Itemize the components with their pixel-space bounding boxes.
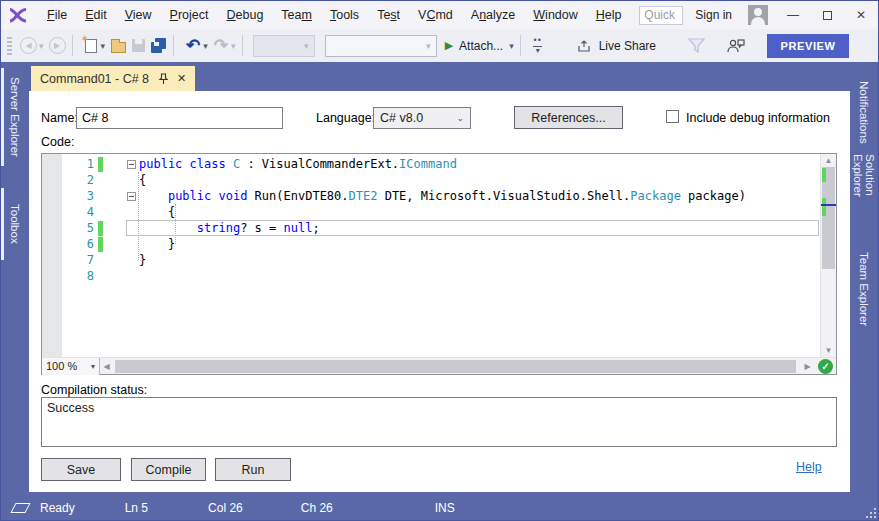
code-line-1[interactable]: 1public class C : VisualCommanderExt.ICo… [42,156,820,172]
change-bar [98,157,103,172]
status-column-number: Col 26 [208,501,243,515]
collapse-region-icon[interactable] [127,192,136,201]
status-ready: Ready [40,501,75,515]
document-tab[interactable]: Command01 - C# 8 ✕ [31,66,195,91]
menu-view[interactable]: View [116,4,161,26]
menu-vcmd[interactable]: VCmd [409,4,462,26]
code-lines[interactable]: 1public class C : VisualCommanderExt.ICo… [42,156,820,284]
window-controls: — ✕ [776,2,878,28]
navigate-back-icon[interactable]: ◀ [20,37,37,54]
code-line-8[interactable]: 8 [42,268,820,284]
code-line-7[interactable]: 7} [42,252,820,268]
task-status-icon [10,503,30,513]
menu-window[interactable]: Window [524,4,586,26]
platform-combobox[interactable]: ▾ [325,35,437,57]
line-number: 6 [62,237,98,251]
open-file-button[interactable] [111,39,126,53]
scroll-down-icon[interactable]: ▼ [821,346,836,355]
menu-test[interactable]: Test [368,4,409,26]
menu-tools[interactable]: Tools [321,4,368,26]
attach-dropdown-icon[interactable]: ▾ [509,41,514,51]
vertical-scrollbar-thumb[interactable] [822,167,835,269]
menu-team[interactable]: Team [272,4,321,26]
maximize-button[interactable] [810,2,844,28]
change-bar [98,269,103,284]
horizontal-scrollbar-thumb[interactable] [115,360,796,373]
code-text: string? s = null; [139,220,320,236]
scroll-left-icon[interactable]: ◀ [100,362,113,371]
live-share-button[interactable]: Live Share [577,39,656,53]
include-debug-checkbox[interactable] [666,110,679,123]
quick-launch-input[interactable] [639,6,683,25]
new-item-dropdown-icon[interactable]: ▾ [101,41,106,51]
preview-button[interactable]: PREVIEW [767,34,849,58]
undo-icon: ↶ [186,39,200,53]
user-avatar[interactable] [748,5,768,25]
name-input[interactable] [76,107,283,129]
new-item-button[interactable]: ▾ [85,39,106,53]
navigate-back-dropdown-icon[interactable]: ▾ [39,41,44,51]
code-line-5[interactable]: 5 string? s = null; [42,220,820,236]
send-feedback-icon[interactable] [727,38,745,53]
line-number: 2 [62,173,98,187]
close-button[interactable]: ✕ [844,2,878,28]
sidebar-tab-toolbox[interactable]: Toolbox [1,187,29,261]
status-insert-mode: INS [435,501,455,515]
menu-help[interactable]: Help [587,4,631,26]
undo-button[interactable]: ↶▾ [186,39,208,53]
vertical-scrollbar[interactable]: ▲ ▼ [820,154,836,357]
status-line-number: Ln 5 [125,501,148,515]
toolbar-grip-handle[interactable] [7,37,12,55]
save-command-button[interactable]: Save [41,458,121,481]
code-line-3[interactable]: 3 public void Run(EnvDTE80.DTE2 DTE, Mic… [42,188,820,204]
document-tab-strip: Command01 - C# 8 ✕ [29,62,850,91]
help-link[interactable]: Help [796,460,822,474]
scroll-up-icon[interactable]: ▲ [821,156,836,165]
code-line-4[interactable]: 4 { [42,204,820,220]
attach-button[interactable]: ▶ Attach... ▾ [445,39,514,53]
pin-icon[interactable] [158,73,169,85]
menu-debug[interactable]: Debug [218,4,273,26]
save-all-button[interactable] [151,38,167,53]
collapse-region-icon[interactable] [127,160,136,169]
sidebar-tab-solution-explorer[interactable]: Solution Explorer [850,154,878,238]
scroll-right-icon[interactable]: ▶ [801,362,814,371]
sidebar-tab-server-explorer[interactable]: Server Explorer [1,67,29,167]
code-line-6[interactable]: 6 } [42,236,820,252]
configuration-combobox[interactable]: ▾ [253,35,315,57]
toolbar-overflow-button[interactable]: ••▾ [529,38,547,53]
code-editor[interactable]: 1public class C : VisualCommanderExt.ICo… [41,153,837,375]
line-number: 7 [62,253,98,267]
resize-grip[interactable] [874,516,876,518]
include-debug-label: Include debug information [686,111,830,125]
main-body: Server Explorer Toolbox Command01 - C# 8… [1,62,878,496]
menu-analyze[interactable]: Analyze [462,4,524,26]
horizontal-scrollbar[interactable] [114,359,800,374]
compile-button[interactable]: Compile [131,458,206,481]
redo-dropdown-icon[interactable]: ▾ [231,41,236,51]
sidebar-tab-team-explorer[interactable]: Team Explorer [850,250,878,328]
run-button[interactable]: Run [215,458,291,481]
redo-button[interactable]: ↷▾ [214,39,236,53]
code-line-2[interactable]: 2{ [42,172,820,188]
menu-project[interactable]: Project [161,4,218,26]
references-button[interactable]: References... [514,106,623,129]
change-mark [822,198,826,216]
menu-file[interactable]: File [38,4,76,26]
menu-edit[interactable]: Edit [76,4,116,26]
sign-in-button[interactable]: Sign in [695,8,732,22]
tab-close-icon[interactable]: ✕ [177,72,186,85]
indent-guide [138,172,139,260]
navigate-forward-icon[interactable]: ▶ [49,37,66,54]
language-dropdown[interactable]: C# v8.0 ⌄ [373,107,471,129]
sidebar-tab-notifications[interactable]: Notifications [850,72,878,152]
undo-dropdown-icon[interactable]: ▾ [203,41,208,51]
zoom-level-dropdown[interactable]: 100 % ▾ [42,358,100,375]
change-bar [98,237,103,252]
visual-studio-window: FileEditViewProjectDebugTeamToolsTestVCm… [0,0,879,521]
save-button[interactable] [132,39,145,52]
filter-icon[interactable] [688,38,705,53]
compilation-status-box: Success [41,397,837,447]
live-share-icon [577,39,593,53]
minimize-button[interactable]: — [776,2,810,28]
